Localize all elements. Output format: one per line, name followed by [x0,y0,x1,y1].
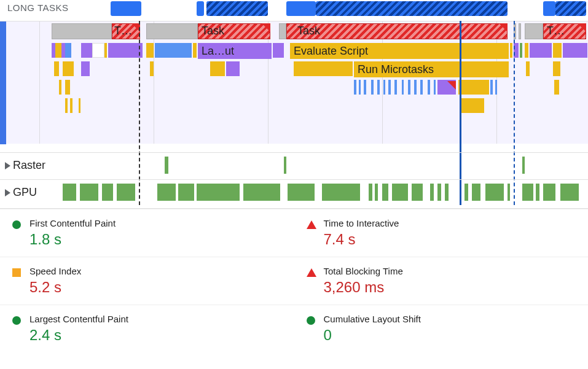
gpu-event[interactable] [288,184,315,201]
task-bar[interactable] [519,23,521,39]
script-event[interactable] [146,43,154,58]
gpu-event[interactable] [243,184,280,201]
metric-cls[interactable]: Cumulative Layout Shift 0 [294,305,589,352]
script-event[interactable] [553,43,562,58]
script-event[interactable] [553,61,560,76]
metric-tbt[interactable]: Total Blocking Time 3,260 ms [294,257,589,305]
long-task-block-hatched[interactable] [555,1,586,16]
script-event[interactable] [150,61,154,76]
script-event[interactable] [554,80,559,95]
gpu-event[interactable] [369,184,372,201]
task-bar[interactable] [525,23,543,39]
gpu-event[interactable] [375,184,378,201]
main-track-scrollbar[interactable] [0,21,6,144]
script-event[interactable] [525,43,528,58]
paint-event[interactable] [520,43,522,58]
long-task-block[interactable] [286,1,316,16]
script-event[interactable] [510,43,512,58]
gpu-event[interactable] [430,184,434,201]
script-event[interactable] [104,43,107,58]
gpu-track[interactable]: GPU [0,179,588,206]
idle-event[interactable] [92,43,104,58]
expand-icon[interactable] [5,189,10,196]
loading-event[interactable] [414,80,417,95]
task-bar[interactable] [52,23,112,39]
loading-event[interactable] [434,80,436,95]
layout-event[interactable] [273,43,284,58]
layout-event[interactable] [81,61,90,76]
metric-speed-index[interactable]: Speed Index 5.2 s [0,257,294,305]
loading-event[interactable] [394,80,397,95]
gpu-event[interactable] [543,184,555,201]
script-event[interactable] [210,61,225,76]
gpu-event[interactable] [437,184,441,201]
layout-event[interactable] [563,43,587,58]
script-event[interactable] [79,98,80,113]
gpu-event[interactable] [322,184,360,201]
raster-track[interactable]: Raster [0,152,588,179]
gpu-event[interactable] [157,184,176,201]
metric-fcp[interactable]: First Contentful Paint 1.8 s [0,209,294,257]
loading-event[interactable] [354,80,356,95]
expand-icon[interactable] [5,162,10,169]
layout-event[interactable] [530,43,552,58]
gpu-event[interactable] [485,184,504,201]
raster-event[interactable] [522,157,525,174]
script-event[interactable] [294,61,353,76]
long-task-block[interactable] [197,1,204,16]
run-microtasks[interactable]: Run Microtasks [354,61,509,77]
gpu-event[interactable] [472,184,480,201]
loading-event[interactable] [490,80,493,95]
script-event[interactable] [460,98,484,113]
gpu-event[interactable] [560,184,579,201]
script-event[interactable] [65,80,70,95]
script-event[interactable] [55,43,61,58]
gpu-event[interactable] [102,184,113,201]
long-task-block[interactable] [543,1,555,16]
gpu-event[interactable] [117,184,135,201]
loading-event[interactable] [383,80,385,95]
loading-event[interactable] [402,80,404,95]
loading-event[interactable] [420,80,423,95]
script-event[interactable] [59,80,61,95]
loading-event[interactable] [371,80,374,95]
layout-event[interactable] [81,43,92,58]
loading-event[interactable] [155,43,192,58]
loading-event[interactable] [495,80,497,95]
gpu-event[interactable] [63,184,76,201]
gpu-event[interactable] [412,184,423,201]
gpu-event[interactable] [522,184,533,201]
script-event[interactable] [458,80,489,95]
script-event[interactable] [70,98,73,113]
long-task-block-hatched[interactable] [316,1,508,16]
performance-flame-chart[interactable]: LONG TASKS T… Task Task T… [0,0,588,209]
gpu-event[interactable] [445,184,449,201]
script-event[interactable] [63,61,74,76]
layout-event[interactable] [108,43,143,58]
script-event[interactable] [526,61,530,76]
loading-event[interactable] [408,80,410,95]
loading-event[interactable] [359,80,361,95]
gpu-event[interactable] [392,184,408,201]
loading-event[interactable] [388,80,391,95]
script-event[interactable] [54,61,59,76]
loading-event[interactable] [364,80,366,95]
gpu-event[interactable] [80,184,98,201]
gpu-event[interactable] [197,184,240,201]
gpu-event[interactable] [508,184,510,201]
script-event[interactable] [193,43,197,58]
gpu-event[interactable] [382,184,388,201]
metric-tti[interactable]: Time to Interactive 7.4 s [294,209,589,257]
task-bar[interactable] [146,23,198,39]
loading-event[interactable] [377,80,380,95]
long-task-block-hatched[interactable] [206,1,268,16]
gpu-event[interactable] [178,184,194,201]
raster-event[interactable] [165,157,168,174]
layout-event[interactable] [226,61,240,76]
loading-event[interactable] [65,43,71,58]
gpu-event[interactable] [536,184,539,201]
evaluate-script[interactable]: Evaluate Script [290,43,509,59]
script-event[interactable] [65,98,68,113]
task-bar[interactable] [279,23,286,39]
layout-event[interactable]: La…ut [198,43,272,59]
